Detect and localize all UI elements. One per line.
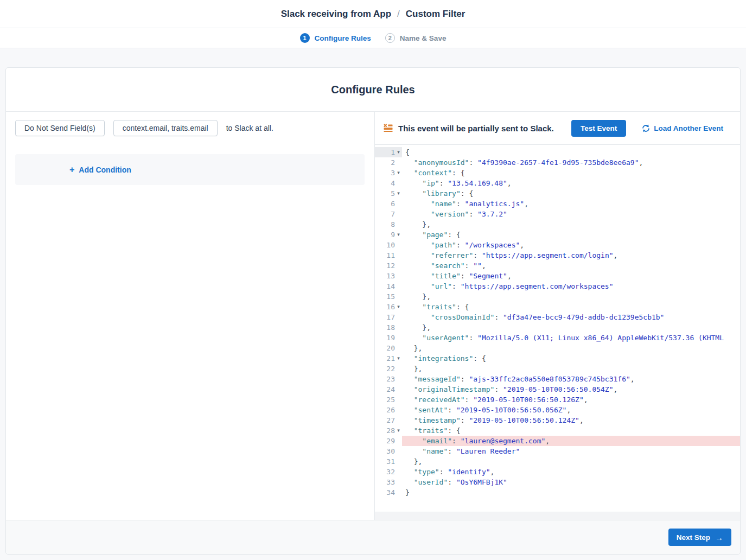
gutter-line-33[interactable]: 33 (375, 477, 402, 487)
code-line-2[interactable]: 2 "anonymousId": "4f9390ae-2657-4fe1-9d9… (375, 157, 740, 168)
card-header: Configure Rules (6, 68, 740, 112)
breadcrumb-filter-name: Custom Filter (406, 9, 466, 20)
code-line-1[interactable]: 1▾{ (375, 147, 740, 157)
code-line-3[interactable]: 3▾ "context": { (375, 168, 740, 178)
code-line-15[interactable]: 15 }, (375, 291, 740, 302)
gutter-line-32[interactable]: 32 (375, 467, 402, 477)
gutter-line-12[interactable]: 12 (375, 260, 402, 271)
code-line-31[interactable]: 31 }, (375, 456, 740, 467)
code-line-12[interactable]: 12 "search": "", (375, 260, 740, 271)
gutter-line-9[interactable]: 9▾ (375, 230, 402, 240)
code-editor[interactable]: 1▾{2 "anonymousId": "4f9390ae-2657-4fe1-… (375, 145, 740, 520)
fold-icon[interactable]: ▾ (395, 425, 402, 436)
fold-icon[interactable]: ▾ (395, 188, 402, 199)
code-line-10[interactable]: 10 "path": "/workspaces", (375, 240, 740, 250)
gutter-line-31[interactable]: 31 (375, 456, 402, 467)
preview-header: This event will be partially sent to Sla… (375, 112, 740, 145)
load-another-event-label: Load Another Event (654, 124, 723, 132)
step-2-circle: 2 (385, 33, 395, 43)
code-line-27[interactable]: 27 "timestamp": "2019-05-10T00:56:50.124… (375, 415, 740, 425)
code-line-25[interactable]: 25 "receivedAt": "2019-05-10T00:56:50.12… (375, 394, 740, 405)
gutter-line-5[interactable]: 5▾ (375, 188, 402, 199)
step-2-label: Name & Save (400, 34, 447, 42)
gutter-line-20[interactable]: 20 (375, 343, 402, 353)
code-line-13[interactable]: 13 "title": "Segment", (375, 271, 740, 281)
add-condition-button[interactable]: + Add Condition (69, 166, 131, 174)
next-step-button[interactable]: Next Step → (668, 529, 731, 546)
gutter-line-22[interactable]: 22 (375, 364, 402, 374)
code-line-33[interactable]: 33 "userId": "OsY6MFBj1K" (375, 477, 740, 487)
code-line-28[interactable]: 28▾ "traits": { (375, 425, 740, 436)
gutter-line-13[interactable]: 13 (375, 271, 402, 281)
code-line-5[interactable]: 5▾ "library": { (375, 188, 740, 199)
rule-config-panel: Do Not Send Field(s) context.email, trai… (6, 112, 375, 520)
arrow-right-icon: → (715, 533, 723, 542)
gutter-line-24[interactable]: 24 (375, 384, 402, 394)
step-configure-rules[interactable]: 1 Configure Rules (300, 33, 371, 43)
gutter-line-2[interactable]: 2 (375, 157, 402, 168)
code-line-8[interactable]: 8 }, (375, 219, 740, 230)
gutter-line-15[interactable]: 15 (375, 291, 402, 302)
code-line-24[interactable]: 24 "originalTimestamp": "2019-05-10T00:5… (375, 384, 740, 394)
gutter-line-23[interactable]: 23 (375, 374, 402, 384)
gutter-line-11[interactable]: 11 (375, 250, 402, 260)
gutter-line-1[interactable]: 1▾ (375, 147, 402, 157)
refresh-icon (642, 124, 650, 132)
code-line-30[interactable]: 30 "name": "Lauren Reeder" (375, 446, 740, 456)
gutter-line-4[interactable]: 4 (375, 178, 402, 188)
code-line-16[interactable]: 16▾ "traits": { (375, 302, 740, 312)
code-line-22[interactable]: 22 }, (375, 364, 740, 374)
gutter-line-30[interactable]: 30 (375, 446, 402, 456)
code-line-4[interactable]: 4 "ip": "13.54.169.48", (375, 178, 740, 188)
rule-action-dropdown[interactable]: Do Not Send Field(s) (15, 120, 105, 136)
code-line-26[interactable]: 26 "sentAt": "2019-05-10T00:56:50.056Z", (375, 405, 740, 415)
fold-icon[interactable]: ▾ (395, 147, 402, 157)
code-line-23[interactable]: 23 "messageId": "ajs-33ffc2ac0a550e8f053… (375, 374, 740, 384)
test-event-button[interactable]: Test Event (571, 120, 626, 137)
gutter-line-19[interactable]: 19 (375, 333, 402, 343)
gutter-line-16[interactable]: 16▾ (375, 302, 402, 312)
gutter-line-7[interactable]: 7 (375, 209, 402, 219)
code-line-9[interactable]: 9▾ "page": { (375, 230, 740, 240)
gutter-line-18[interactable]: 18 (375, 322, 402, 333)
code-line-7[interactable]: 7 "version": "3.7.2" (375, 209, 740, 219)
code-line-21[interactable]: 21▾ "integrations": { (375, 353, 740, 364)
gutter-line-26[interactable]: 26 (375, 405, 402, 415)
load-another-event-button[interactable]: Load Another Event (642, 124, 723, 132)
gutter-line-29[interactable]: 29 (375, 436, 402, 446)
rule-fields-input[interactable]: context.email, traits.email (113, 120, 218, 136)
fold-icon[interactable]: ▾ (395, 353, 402, 364)
gutter-line-25[interactable]: 25 (375, 394, 402, 405)
code-line-34[interactable]: 34} (375, 487, 740, 498)
gutter-line-21[interactable]: 21▾ (375, 353, 402, 364)
code-line-29[interactable]: 29 "email": "lauren@segment.com", (375, 436, 740, 446)
code-line-6[interactable]: 6 "name": "analytics.js", (375, 199, 740, 209)
gutter-line-14[interactable]: 14 (375, 281, 402, 291)
fold-icon[interactable]: ▾ (395, 230, 402, 240)
add-condition-label: Add Condition (79, 166, 131, 174)
gutter-line-34[interactable]: 34 (375, 487, 402, 498)
code-line-11[interactable]: 11 "referrer": "https://app.segment.com/… (375, 250, 740, 260)
code-lines: 1▾{2 "anonymousId": "4f9390ae-2657-4fe1-… (375, 147, 740, 498)
code-line-17[interactable]: 17 "crossDomainId": "df3a47ee-bcc9-479d-… (375, 312, 740, 322)
stepper: 1 Configure Rules 2 Name & Save (0, 28, 746, 48)
fold-icon[interactable]: ▾ (395, 302, 402, 312)
gutter-line-8[interactable]: 8 (375, 219, 402, 230)
gutter-line-10[interactable]: 10 (375, 240, 402, 250)
step-name-and-save[interactable]: 2 Name & Save (385, 33, 447, 43)
editor-horizontal-scrollbar[interactable] (375, 512, 740, 520)
gutter-line-28[interactable]: 28▾ (375, 425, 402, 436)
code-line-19[interactable]: 19 "userAgent": "Mozilla/5.0 (X11; Linux… (375, 333, 740, 343)
modal-title-bar: Slack receiving from App / Custom Filter (0, 0, 746, 28)
fold-icon[interactable]: ▾ (395, 168, 402, 178)
gutter-line-6[interactable]: 6 (375, 199, 402, 209)
code-line-32[interactable]: 32 "type": "identify", (375, 467, 740, 477)
gutter-line-3[interactable]: 3▾ (375, 168, 402, 178)
event-preview-panel: This event will be partially sent to Sla… (375, 112, 740, 520)
gutter-line-17[interactable]: 17 (375, 312, 402, 322)
code-line-20[interactable]: 20 }, (375, 343, 740, 353)
code-line-14[interactable]: 14 "url": "https://app.segment.com/works… (375, 281, 740, 291)
gutter-line-27[interactable]: 27 (375, 415, 402, 425)
add-condition-area: + Add Condition (15, 154, 365, 185)
code-line-18[interactable]: 18 }, (375, 322, 740, 333)
